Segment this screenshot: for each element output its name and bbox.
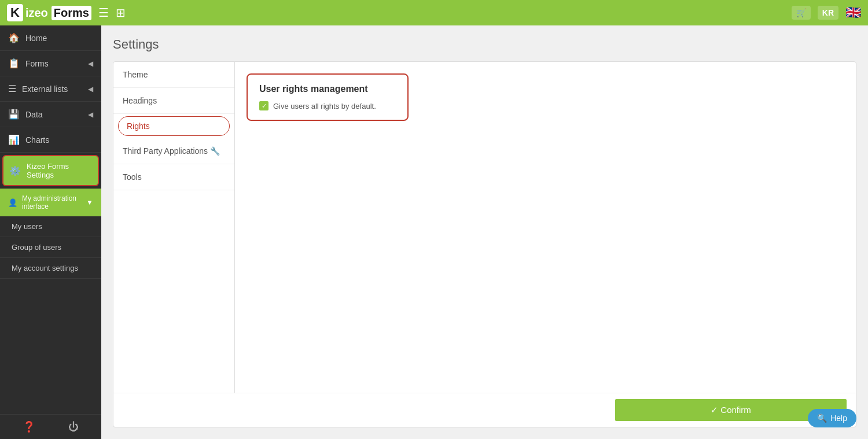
admin-icon: 👤: [8, 198, 17, 207]
admin-sub-items: My users Group of users My account setti…: [0, 216, 101, 279]
grid-icon[interactable]: ⊞: [116, 6, 126, 20]
rights-card-title: User rights management: [259, 84, 396, 94]
sidebar-label-kizeo-forms-settings: Kizeo Forms Settings: [27, 162, 92, 179]
sidebar: 🏠 Home 📋 Forms ◀ ☰ External lists ◀ 💾 Da…: [0, 25, 101, 439]
sidebar-item-data[interactable]: 💾 Data ◀: [0, 102, 101, 127]
logo[interactable]: K izeo Forms: [7, 4, 91, 21]
navbar-right: 🛒 KR 🇬🇧: [792, 5, 861, 20]
content-area: Settings Theme Headings Rights Third Par…: [101, 25, 868, 439]
main-layout: 🏠 Home 📋 Forms ◀ ☰ External lists ◀ 💾 Da…: [0, 25, 868, 439]
admin-sub-item-my-account-settings[interactable]: My account settings: [0, 258, 101, 279]
hamburger-menu-icon[interactable]: ☰: [98, 6, 109, 20]
settings-nav-tools[interactable]: Tools: [113, 164, 234, 190]
forms-icon: 📋: [8, 58, 20, 69]
data-icon: 💾: [8, 109, 20, 120]
rights-card: User rights management ✓ Give users all …: [247, 73, 409, 121]
help-circle-icon[interactable]: ❓: [23, 420, 35, 433]
rights-checkbox[interactable]: ✓: [259, 101, 269, 110]
power-icon[interactable]: ⏻: [68, 421, 79, 433]
external-lists-icon: ☰: [8, 83, 16, 94]
language-flag-icon[interactable]: 🇬🇧: [845, 5, 861, 20]
admin-sub-item-my-users[interactable]: My users: [0, 216, 101, 237]
settings-nav: Theme Headings Rights Third Party Applic…: [113, 62, 235, 393]
sidebar-item-charts[interactable]: 📊 Charts: [0, 127, 101, 153]
settings-nav-rights[interactable]: Rights: [118, 116, 230, 136]
sidebar-item-forms[interactable]: 📋 Forms ◀: [0, 51, 101, 76]
data-chevron-icon: ◀: [88, 110, 93, 119]
sidebar-label-home: Home: [25, 34, 93, 43]
settings-nav-third-party[interactable]: Third Party Applications 🔧: [113, 138, 234, 164]
help-button-label: Help: [830, 414, 847, 423]
sidebar-label-data: Data: [25, 110, 82, 119]
settings-main: User rights management ✓ Give users all …: [235, 62, 856, 393]
charts-icon: 📊: [8, 134, 20, 145]
cart-button[interactable]: 🛒: [792, 6, 811, 20]
forms-chevron-icon: ◀: [88, 60, 93, 68]
sidebar-bottom: ❓ ⏻: [0, 414, 101, 439]
sidebar-item-home[interactable]: 🏠 Home: [0, 25, 101, 51]
admin-chevron-icon: ▼: [86, 198, 93, 206]
external-lists-chevron-icon: ◀: [88, 85, 93, 93]
sidebar-label-forms: Forms: [25, 59, 82, 68]
admin-label: My administration interface: [22, 194, 82, 211]
admin-section: 👤 My administration interface ▼: [0, 189, 101, 216]
settings-nav-headings[interactable]: Headings: [113, 88, 234, 114]
sidebar-label-charts: Charts: [25, 135, 93, 145]
settings-container: Theme Headings Rights Third Party Applic…: [113, 61, 856, 427]
kizeo-forms-settings-icon: ⚙️: [9, 165, 21, 176]
admin-header[interactable]: 👤 My administration interface ▼: [0, 189, 101, 216]
rights-checkbox-label: Give users all rights by default.: [273, 102, 376, 110]
sidebar-item-external-lists[interactable]: ☰ External lists ◀: [0, 76, 101, 102]
settings-footer: ✓ Confirm: [113, 393, 856, 427]
help-button[interactable]: 🔍 Help: [808, 409, 856, 427]
settings-nav-theme[interactable]: Theme: [113, 62, 234, 88]
navbar-left: K izeo Forms ☰ ⊞: [7, 4, 126, 21]
help-search-icon: 🔍: [817, 414, 827, 423]
navbar: K izeo Forms ☰ ⊞ 🛒 KR 🇬🇧: [0, 0, 868, 25]
user-initials-button[interactable]: KR: [818, 6, 838, 20]
page-title: Settings: [113, 37, 856, 52]
sidebar-item-kizeo-forms-settings[interactable]: ⚙️ Kizeo Forms Settings: [2, 155, 99, 186]
home-icon: 🏠: [8, 32, 20, 43]
admin-sub-item-group-of-users[interactable]: Group of users: [0, 237, 101, 258]
rights-card-row: ✓ Give users all rights by default.: [259, 101, 396, 110]
sidebar-label-external-lists: External lists: [22, 84, 82, 94]
settings-body: Theme Headings Rights Third Party Applic…: [113, 62, 856, 393]
